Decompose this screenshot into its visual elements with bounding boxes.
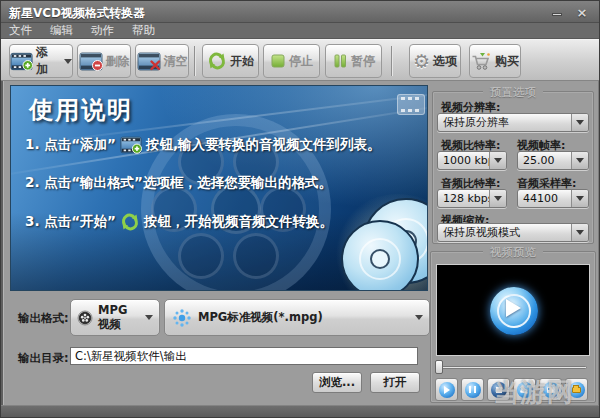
minimize-button[interactable] (549, 6, 567, 19)
toolbar: 添加 删除 清空 开始 停止 暂停 ⚙ 选项 (1, 39, 600, 81)
stop-icon (491, 382, 507, 398)
video-scale-value: 保持原视频模式 (438, 224, 571, 241)
film-clear-icon (137, 52, 161, 71)
chevron-down-icon (571, 152, 588, 169)
preview-stop-button[interactable] (487, 378, 510, 401)
options-button-label: 选项 (433, 53, 457, 70)
menu-bar: 文件 编辑 动作 帮助 (1, 23, 600, 39)
film-add-icon (120, 136, 142, 154)
usage-step-3: 3. 点击“开始” 按钮，开始视频音频文件转换。 (25, 212, 333, 232)
preview-play-button[interactable] (435, 378, 458, 401)
snapshot-icon (543, 382, 559, 398)
video-bitrate-select[interactable]: 1000 kbps (437, 151, 507, 170)
buy-button[interactable]: 购买 (469, 44, 521, 78)
stop-button-label: 停止 (289, 53, 313, 70)
preview-folder-button[interactable] (565, 378, 588, 401)
fullscreen-icon (517, 382, 533, 398)
pause-button[interactable]: 暂停 (325, 44, 382, 78)
menu-file[interactable]: 文件 (9, 23, 32, 38)
toolbar-separator (391, 46, 392, 76)
sample-rate-select[interactable]: 44100 (517, 189, 589, 208)
presets-groupbox: 预置选项 视频分辨率: 保持原分辨率 视频比特率: 视频帧率: 1000 kbp… (432, 91, 594, 244)
cart-icon (471, 52, 492, 71)
folder-icon (569, 382, 585, 398)
audio-bitrate-value: 128 kbps (438, 190, 489, 207)
title-bar: 新星VCD视频格式转换器 × (1, 1, 600, 23)
output-format-value: MPG视频 (98, 303, 133, 332)
start-refresh-icon (120, 212, 140, 232)
blue-dots-icon (171, 307, 193, 329)
usage-step-2: 2. 点击“输出格式”选项框，选择您要输出的格式。 (25, 174, 332, 192)
buy-button-label: 购买 (495, 53, 519, 70)
close-button[interactable]: × (573, 6, 591, 19)
chevron-down-icon (489, 190, 506, 207)
film-frame-decoration (397, 94, 425, 115)
menu-help[interactable]: 帮助 (132, 23, 155, 38)
add-button-label: 添加 (36, 44, 59, 78)
presets-title: 预置选项 (483, 85, 543, 100)
minimize-icon (552, 13, 562, 16)
usage-panel: 使用说明 1. 点击“添加” 按钮,输入要转换的音视频文件到列表。 2. 点击“… (10, 85, 428, 291)
output-dir-label: 输出目录: (18, 351, 69, 366)
chevron-down-icon (489, 152, 506, 169)
output-dir-input[interactable] (70, 347, 418, 365)
audio-bitrate-select[interactable]: 128 kbps (437, 189, 507, 208)
clear-button[interactable]: 清空 (135, 44, 189, 78)
chevron-down-icon (571, 114, 588, 131)
stop-button[interactable]: 停止 (263, 44, 320, 78)
app-window: 新星VCD视频格式转换器 × 文件 编辑 动作 帮助 添加 删除 清空 开始 (0, 0, 600, 418)
film-reel-icon (77, 306, 93, 330)
start-button-label: 开始 (230, 53, 254, 70)
start-button[interactable]: 开始 (202, 44, 259, 78)
preview-fullscreen-button[interactable] (513, 378, 536, 401)
gear-icon: ⚙ (413, 52, 430, 71)
main-area: 使用说明 1. 点击“添加” 按钮,输入要转换的音视频文件到列表。 2. 点击“… (3, 81, 599, 405)
chevron-down-icon (415, 315, 423, 320)
output-format-select[interactable]: MPG视频 (70, 299, 160, 336)
step2-text: 2. 点击“输出格式”选项框，选择您要输出的格式。 (25, 174, 332, 192)
open-button[interactable]: 打开 (370, 372, 420, 393)
play-button-icon[interactable] (490, 287, 538, 335)
browse-button[interactable]: 浏览... (312, 372, 362, 393)
video-scale-select[interactable]: 保持原视频模式 (437, 223, 589, 242)
clear-button-label: 清空 (164, 53, 188, 70)
output-profile-select[interactable]: MPG标准视频(*.mpg) (164, 299, 430, 336)
film-add-icon (10, 52, 33, 71)
usage-step-1: 1. 点击“添加” 按钮,输入要转换的音视频文件到列表。 (25, 136, 381, 154)
video-bitrate-value: 1000 kbps (438, 152, 489, 169)
remove-button[interactable]: 删除 (77, 44, 131, 78)
stop-square-icon (270, 53, 286, 69)
preview-groupbox: 视频预览 (430, 251, 596, 403)
film-remove-icon (79, 52, 103, 71)
step3-text-post: 按钮，开始视频音频文件转换。 (144, 213, 333, 231)
preview-pause-button[interactable] (461, 378, 484, 401)
step3-text-pre: 3. 点击“开始” (25, 213, 116, 231)
add-dropdown-caret-icon (64, 59, 72, 64)
pause-bars-icon (332, 53, 348, 69)
seek-slider-track[interactable] (439, 366, 587, 369)
preview-title: 视频预览 (483, 245, 543, 260)
chevron-down-icon (571, 224, 588, 241)
chevron-down-icon (145, 315, 153, 320)
pause-button-label: 暂停 (351, 53, 375, 70)
remove-button-label: 删除 (106, 53, 130, 70)
step1-text-post: 按钮,输入要转换的音视频文件到列表。 (146, 136, 381, 154)
add-button[interactable]: 添加 (9, 44, 73, 78)
pause-icon (465, 382, 481, 398)
menu-action[interactable]: 动作 (91, 23, 114, 38)
window-title: 新星VCD视频格式转换器 (9, 5, 145, 22)
toolbar-separator (194, 46, 195, 76)
video-preview-screen[interactable] (436, 264, 590, 356)
preview-snapshot-button[interactable] (539, 378, 562, 401)
options-button[interactable]: ⚙ 选项 (409, 44, 461, 78)
resolution-value: 保持原分辨率 (438, 114, 571, 131)
resolution-select[interactable]: 保持原分辨率 (437, 113, 589, 132)
frame-rate-value: 25.00 (518, 152, 571, 169)
seek-slider-thumb[interactable] (435, 360, 443, 374)
menu-edit[interactable]: 编辑 (50, 23, 73, 38)
chevron-down-icon (571, 190, 588, 207)
output-format-label: 输出格式: (18, 311, 69, 326)
window-bottom-frame (1, 405, 600, 418)
frame-rate-select[interactable]: 25.00 (517, 151, 589, 170)
cd-disc-front (341, 220, 419, 291)
